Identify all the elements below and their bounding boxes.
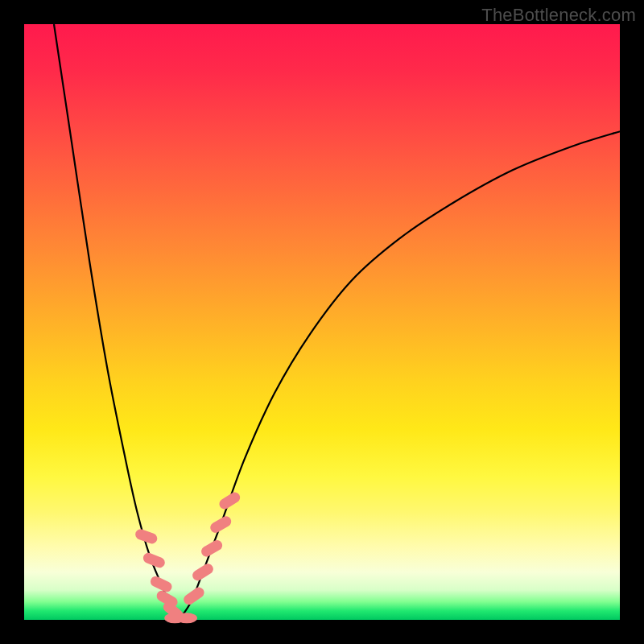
curve-left-branch (54, 24, 179, 620)
marker-lozenge (182, 585, 206, 607)
chart-frame: TheBottleneck.com (0, 0, 644, 644)
marker-lozenge (176, 613, 197, 623)
marker-lozenge (191, 562, 216, 583)
curve-right-branch (179, 131, 620, 620)
marker-lozenge (217, 490, 242, 511)
marker-lozenge (149, 575, 174, 594)
marker-lozenge (208, 514, 233, 535)
watermark-text: TheBottleneck.com (481, 5, 636, 26)
curve-layer (24, 24, 620, 620)
marker-lozenge (200, 539, 225, 559)
